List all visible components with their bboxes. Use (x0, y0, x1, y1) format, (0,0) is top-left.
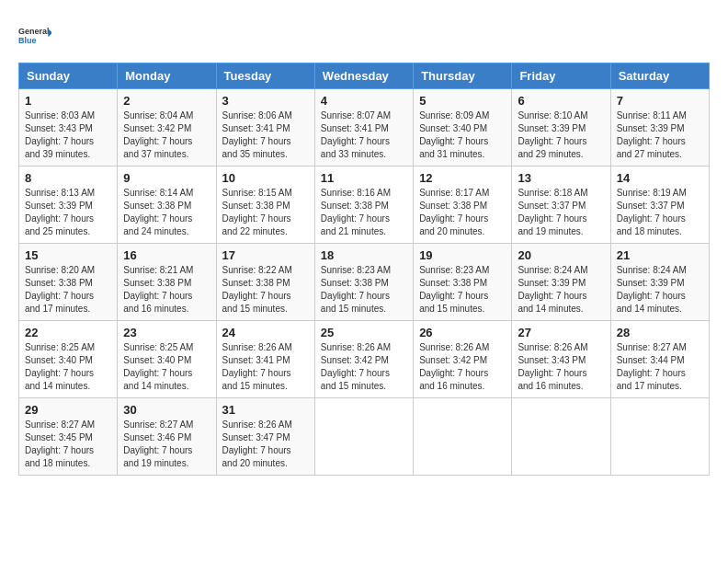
weekday-header-monday: Monday (118, 63, 216, 89)
weekday-header-row: SundayMondayTuesdayWednesdayThursdayFrid… (19, 63, 710, 89)
calendar-cell: 11 Sunrise: 8:16 AMSunset: 3:38 PMDaylig… (314, 167, 413, 244)
day-number: 20 (518, 248, 604, 262)
weekday-header-wednesday: Wednesday (314, 63, 413, 89)
day-number: 13 (518, 171, 604, 185)
day-detail: Sunrise: 8:19 AMSunset: 3:37 PMDaylight:… (617, 188, 687, 236)
day-detail: Sunrise: 8:23 AMSunset: 3:38 PMDaylight:… (419, 265, 489, 314)
day-detail: Sunrise: 8:09 AMSunset: 3:40 PMDaylight:… (419, 110, 489, 159)
day-number: 9 (123, 171, 210, 185)
calendar-cell: 29 Sunrise: 8:27 AMSunset: 3:45 PMDaylig… (19, 398, 118, 476)
day-number: 1 (25, 94, 111, 108)
day-detail: Sunrise: 8:26 AMSunset: 3:41 PMDaylight:… (222, 342, 292, 391)
calendar-cell (414, 398, 512, 476)
calendar-cell: 1 Sunrise: 8:03 AMSunset: 3:43 PMDayligh… (19, 89, 118, 167)
calendar-cell: 8 Sunrise: 8:13 AMSunset: 3:39 PMDayligh… (19, 167, 118, 244)
day-number: 15 (25, 248, 111, 262)
day-number: 11 (321, 171, 407, 185)
day-number: 30 (123, 403, 210, 417)
day-detail: Sunrise: 8:17 AMSunset: 3:38 PMDaylight:… (419, 188, 489, 236)
header: General Blue (18, 18, 710, 52)
calendar-table: SundayMondayTuesdayWednesdayThursdayFrid… (18, 63, 710, 476)
week-row-1: 1 Sunrise: 8:03 AMSunset: 3:43 PMDayligh… (19, 89, 710, 167)
logo: General Blue (18, 18, 51, 52)
day-number: 4 (321, 94, 407, 108)
day-number: 3 (222, 94, 309, 108)
weekday-header-thursday: Thursday (414, 63, 512, 89)
calendar-cell: 23 Sunrise: 8:25 AMSunset: 3:40 PMDaylig… (118, 321, 216, 398)
calendar-cell (314, 398, 413, 476)
day-detail: Sunrise: 8:26 AMSunset: 3:42 PMDaylight:… (321, 342, 391, 391)
day-detail: Sunrise: 8:20 AMSunset: 3:38 PMDaylight:… (25, 265, 95, 314)
calendar-cell: 28 Sunrise: 8:27 AMSunset: 3:44 PMDaylig… (610, 321, 709, 398)
day-detail: Sunrise: 8:06 AMSunset: 3:41 PMDaylight:… (222, 110, 292, 159)
day-number: 14 (617, 171, 703, 185)
day-detail: Sunrise: 8:03 AMSunset: 3:43 PMDaylight:… (25, 110, 95, 159)
day-number: 6 (518, 94, 604, 108)
day-number: 21 (617, 248, 703, 262)
svg-marker-2 (48, 29, 51, 37)
day-detail: Sunrise: 8:15 AMSunset: 3:38 PMDaylight:… (222, 188, 292, 236)
calendar-cell: 19 Sunrise: 8:23 AMSunset: 3:38 PMDaylig… (414, 244, 512, 321)
calendar-cell: 9 Sunrise: 8:14 AMSunset: 3:38 PMDayligh… (118, 167, 216, 244)
calendar-cell: 24 Sunrise: 8:26 AMSunset: 3:41 PMDaylig… (216, 321, 314, 398)
day-number: 17 (222, 248, 309, 262)
calendar-cell: 15 Sunrise: 8:20 AMSunset: 3:38 PMDaylig… (19, 244, 118, 321)
day-number: 16 (123, 248, 210, 262)
svg-text:Blue: Blue (18, 36, 37, 45)
weekday-header-sunday: Sunday (19, 63, 118, 89)
logo-svg: General Blue (18, 18, 51, 52)
day-number: 2 (123, 94, 210, 108)
day-detail: Sunrise: 8:04 AMSunset: 3:42 PMDaylight:… (123, 110, 193, 159)
day-number: 28 (617, 326, 703, 339)
day-number: 18 (321, 248, 407, 262)
day-number: 29 (25, 403, 111, 417)
day-detail: Sunrise: 8:27 AMSunset: 3:44 PMDaylight:… (617, 342, 687, 391)
calendar-cell: 3 Sunrise: 8:06 AMSunset: 3:41 PMDayligh… (216, 89, 314, 167)
day-detail: Sunrise: 8:11 AMSunset: 3:39 PMDaylight:… (617, 110, 687, 159)
day-detail: Sunrise: 8:10 AMSunset: 3:39 PMDaylight:… (518, 110, 587, 159)
calendar-cell (512, 398, 610, 476)
day-detail: Sunrise: 8:18 AMSunset: 3:37 PMDaylight:… (518, 188, 587, 236)
day-detail: Sunrise: 8:27 AMSunset: 3:45 PMDaylight:… (25, 419, 95, 468)
day-detail: Sunrise: 8:23 AMSunset: 3:38 PMDaylight:… (321, 265, 391, 314)
week-row-5: 29 Sunrise: 8:27 AMSunset: 3:45 PMDaylig… (19, 398, 710, 476)
calendar-cell: 31 Sunrise: 8:26 AMSunset: 3:47 PMDaylig… (216, 398, 314, 476)
day-number: 25 (321, 326, 407, 339)
calendar-cell: 10 Sunrise: 8:15 AMSunset: 3:38 PMDaylig… (216, 167, 314, 244)
day-detail: Sunrise: 8:16 AMSunset: 3:38 PMDaylight:… (321, 188, 391, 236)
calendar-cell: 14 Sunrise: 8:19 AMSunset: 3:37 PMDaylig… (610, 167, 709, 244)
weekday-header-saturday: Saturday (610, 63, 709, 89)
day-number: 26 (419, 326, 506, 339)
day-detail: Sunrise: 8:22 AMSunset: 3:38 PMDaylight:… (222, 265, 292, 314)
day-number: 8 (25, 171, 111, 185)
calendar-cell: 26 Sunrise: 8:26 AMSunset: 3:42 PMDaylig… (414, 321, 512, 398)
day-detail: Sunrise: 8:24 AMSunset: 3:39 PMDaylight:… (617, 265, 687, 314)
calendar-cell (610, 398, 709, 476)
week-row-4: 22 Sunrise: 8:25 AMSunset: 3:40 PMDaylig… (19, 321, 710, 398)
calendar-cell: 17 Sunrise: 8:22 AMSunset: 3:38 PMDaylig… (216, 244, 314, 321)
day-detail: Sunrise: 8:13 AMSunset: 3:39 PMDaylight:… (25, 188, 95, 236)
calendar-cell: 18 Sunrise: 8:23 AMSunset: 3:38 PMDaylig… (314, 244, 413, 321)
calendar-cell: 21 Sunrise: 8:24 AMSunset: 3:39 PMDaylig… (610, 244, 709, 321)
day-detail: Sunrise: 8:25 AMSunset: 3:40 PMDaylight:… (123, 342, 193, 391)
calendar-cell: 27 Sunrise: 8:26 AMSunset: 3:43 PMDaylig… (512, 321, 610, 398)
calendar-cell: 6 Sunrise: 8:10 AMSunset: 3:39 PMDayligh… (512, 89, 610, 167)
day-number: 12 (419, 171, 506, 185)
calendar-cell: 16 Sunrise: 8:21 AMSunset: 3:38 PMDaylig… (118, 244, 216, 321)
day-number: 5 (419, 94, 506, 108)
day-detail: Sunrise: 8:24 AMSunset: 3:39 PMDaylight:… (518, 265, 587, 314)
day-number: 23 (123, 326, 210, 339)
calendar-cell: 25 Sunrise: 8:26 AMSunset: 3:42 PMDaylig… (314, 321, 413, 398)
calendar-cell: 13 Sunrise: 8:18 AMSunset: 3:37 PMDaylig… (512, 167, 610, 244)
calendar-cell: 7 Sunrise: 8:11 AMSunset: 3:39 PMDayligh… (610, 89, 709, 167)
calendar-cell: 2 Sunrise: 8:04 AMSunset: 3:42 PMDayligh… (118, 89, 216, 167)
calendar-cell: 4 Sunrise: 8:07 AMSunset: 3:41 PMDayligh… (314, 89, 413, 167)
day-number: 22 (25, 326, 111, 339)
calendar-cell: 30 Sunrise: 8:27 AMSunset: 3:46 PMDaylig… (118, 398, 216, 476)
day-detail: Sunrise: 8:21 AMSunset: 3:38 PMDaylight:… (123, 265, 193, 314)
week-row-2: 8 Sunrise: 8:13 AMSunset: 3:39 PMDayligh… (19, 167, 710, 244)
day-number: 19 (419, 248, 506, 262)
calendar-cell: 5 Sunrise: 8:09 AMSunset: 3:40 PMDayligh… (414, 89, 512, 167)
day-detail: Sunrise: 8:25 AMSunset: 3:40 PMDaylight:… (25, 342, 95, 391)
day-detail: Sunrise: 8:26 AMSunset: 3:42 PMDaylight:… (419, 342, 489, 391)
